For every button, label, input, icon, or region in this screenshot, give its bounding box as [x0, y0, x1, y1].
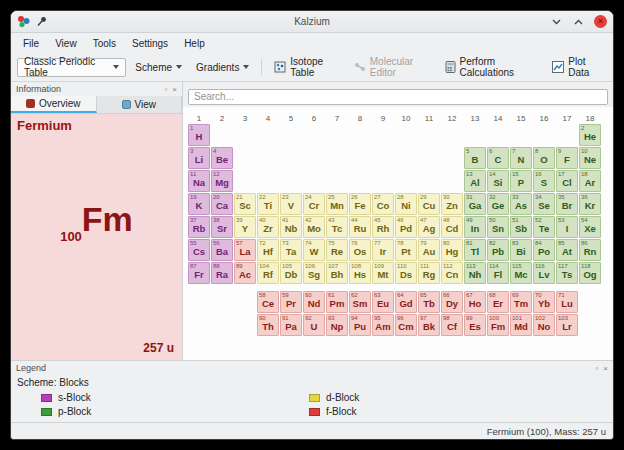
element-cell-Ce[interactable]: 58Ce: [257, 291, 279, 313]
element-cell-Al[interactable]: 13Al: [464, 170, 486, 192]
element-cell-Ts[interactable]: 117Ts: [556, 262, 578, 284]
element-cell-Rf[interactable]: 104Rf: [257, 262, 279, 284]
menu-item-help[interactable]: Help: [176, 36, 213, 51]
element-cell-Og[interactable]: 118Og: [579, 262, 601, 284]
tab-view[interactable]: View: [97, 96, 183, 113]
element-cell-Sr[interactable]: 38Sr: [211, 216, 233, 238]
element-cell-V[interactable]: 23V: [280, 193, 302, 215]
plot-data-button[interactable]: Plot Data: [547, 57, 607, 78]
element-cell-Np[interactable]: 93Np: [326, 314, 348, 336]
scheme-button[interactable]: Scheme: [130, 57, 187, 78]
element-cell-Cs[interactable]: 55Cs: [188, 239, 210, 261]
element-cell-Lu[interactable]: 71Lu: [556, 291, 578, 313]
menu-item-view[interactable]: View: [47, 36, 85, 51]
element-cell-Nd[interactable]: 60Nd: [303, 291, 325, 313]
element-cell-U[interactable]: 92U: [303, 314, 325, 336]
element-cell-Br[interactable]: 35Br: [556, 193, 578, 215]
element-cell-Nb[interactable]: 41Nb: [280, 216, 302, 238]
element-cell-C[interactable]: 6C: [487, 147, 509, 169]
element-cell-Ar[interactable]: 18Ar: [579, 170, 601, 192]
element-overview-panel[interactable]: Fermium 100Fm 257 u: [11, 114, 182, 360]
element-cell-Rg[interactable]: 111Rg: [418, 262, 440, 284]
element-cell-Ne[interactable]: 10Ne: [579, 147, 601, 169]
search-input[interactable]: [188, 89, 608, 105]
element-cell-Pm[interactable]: 61Pm: [326, 291, 348, 313]
element-cell-H[interactable]: 1H: [188, 124, 210, 146]
dock-close-icon[interactable]: ×: [603, 364, 608, 373]
element-cell-Ag[interactable]: 47Ag: [418, 216, 440, 238]
element-cell-Th[interactable]: 90Th: [257, 314, 279, 336]
element-cell-Pd[interactable]: 46Pd: [395, 216, 417, 238]
dock-float-icon[interactable]: ▫: [595, 364, 598, 373]
element-cell-F[interactable]: 9F: [556, 147, 578, 169]
element-cell-Ra[interactable]: 88Ra: [211, 262, 233, 284]
dock-close-icon[interactable]: ×: [172, 85, 177, 94]
element-cell-Cm[interactable]: 96Cm: [395, 314, 417, 336]
menu-item-file[interactable]: File: [15, 36, 47, 51]
element-cell-N[interactable]: 7N: [510, 147, 532, 169]
element-cell-Zr[interactable]: 40Zr: [257, 216, 279, 238]
element-cell-B[interactable]: 5B: [464, 147, 486, 169]
element-cell-Bk[interactable]: 97Bk: [418, 314, 440, 336]
element-cell-Cl[interactable]: 17Cl: [556, 170, 578, 192]
table-type-select[interactable]: Classic Periodic Table: [17, 58, 126, 77]
element-cell-Rh[interactable]: 45Rh: [372, 216, 394, 238]
gradients-button[interactable]: Gradients: [191, 57, 254, 78]
element-cell-Fm[interactable]: 100Fm: [487, 314, 509, 336]
element-cell-Re[interactable]: 75Re: [326, 239, 348, 261]
element-cell-No[interactable]: 102No: [533, 314, 555, 336]
element-cell-Xe[interactable]: 54Xe: [579, 216, 601, 238]
element-cell-La[interactable]: 57La: [234, 239, 256, 261]
element-cell-Tl[interactable]: 81Tl: [464, 239, 486, 261]
element-cell-Po[interactable]: 84Po: [533, 239, 555, 261]
element-cell-Si[interactable]: 14Si: [487, 170, 509, 192]
element-cell-Tc[interactable]: 43Tc: [326, 216, 348, 238]
element-cell-Pt[interactable]: 78Pt: [395, 239, 417, 261]
element-cell-Os[interactable]: 76Os: [349, 239, 371, 261]
element-cell-Lr[interactable]: 103Lr: [556, 314, 578, 336]
element-cell-Mg[interactable]: 12Mg: [211, 170, 233, 192]
element-cell-Eu[interactable]: 63Eu: [372, 291, 394, 313]
element-cell-K[interactable]: 19K: [188, 193, 210, 215]
element-cell-W[interactable]: 74W: [303, 239, 325, 261]
element-cell-Na[interactable]: 11Na: [188, 170, 210, 192]
element-cell-Ta[interactable]: 73Ta: [280, 239, 302, 261]
element-cell-Be[interactable]: 4Be: [211, 147, 233, 169]
element-cell-Md[interactable]: 101Md: [510, 314, 532, 336]
isotope-table-button[interactable]: Isotope Table: [269, 57, 345, 78]
element-cell-Mo[interactable]: 42Mo: [303, 216, 325, 238]
element-cell-Cd[interactable]: 48Cd: [441, 216, 463, 238]
element-cell-Yb[interactable]: 70Yb: [533, 291, 555, 313]
element-cell-O[interactable]: 8O: [533, 147, 555, 169]
element-cell-Cn[interactable]: 112Cn: [441, 262, 463, 284]
element-cell-Nh[interactable]: 113Nh: [464, 262, 486, 284]
element-cell-Ge[interactable]: 32Ge: [487, 193, 509, 215]
element-cell-Au[interactable]: 79Au: [418, 239, 440, 261]
element-cell-Te[interactable]: 52Te: [533, 216, 555, 238]
element-cell-Kr[interactable]: 36Kr: [579, 193, 601, 215]
element-cell-Pu[interactable]: 94Pu: [349, 314, 371, 336]
minimize-button[interactable]: [550, 15, 563, 28]
element-cell-Sb[interactable]: 51Sb: [510, 216, 532, 238]
close-button[interactable]: ×: [594, 15, 607, 28]
element-cell-Ti[interactable]: 22Ti: [257, 193, 279, 215]
element-cell-Ac[interactable]: 89Ac: [234, 262, 256, 284]
element-cell-Cu[interactable]: 29Cu: [418, 193, 440, 215]
element-cell-Dy[interactable]: 66Dy: [441, 291, 463, 313]
element-cell-Pa[interactable]: 91Pa: [280, 314, 302, 336]
element-cell-Cr[interactable]: 24Cr: [303, 193, 325, 215]
element-cell-Ni[interactable]: 28Ni: [395, 193, 417, 215]
element-cell-Co[interactable]: 27Co: [372, 193, 394, 215]
element-cell-I[interactable]: 53I: [556, 216, 578, 238]
element-cell-Bh[interactable]: 107Bh: [326, 262, 348, 284]
element-cell-Ca[interactable]: 20Ca: [211, 193, 233, 215]
element-cell-Db[interactable]: 105Db: [280, 262, 302, 284]
menu-item-settings[interactable]: Settings: [124, 36, 176, 51]
element-cell-In[interactable]: 49In: [464, 216, 486, 238]
element-cell-Ir[interactable]: 77Ir: [372, 239, 394, 261]
tab-overview[interactable]: Overview: [11, 96, 97, 113]
element-cell-Sc[interactable]: 21Sc: [234, 193, 256, 215]
pin-icon[interactable]: [36, 16, 47, 27]
element-cell-He[interactable]: 2He: [579, 124, 601, 146]
element-cell-Sn[interactable]: 50Sn: [487, 216, 509, 238]
